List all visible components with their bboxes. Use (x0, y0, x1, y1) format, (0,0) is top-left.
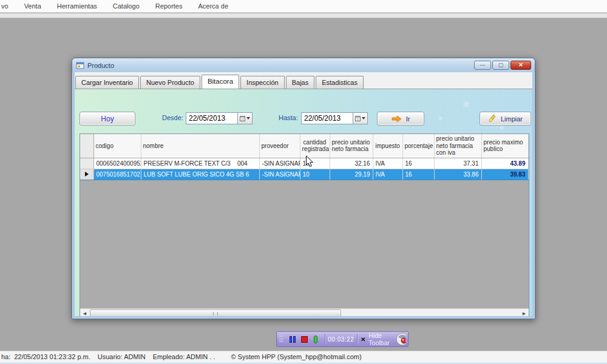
tab-cargar-inventario[interactable]: Cargar Inventario (75, 76, 139, 89)
grip-icon[interactable] (279, 335, 283, 343)
cell-impuesto[interactable]: IVA (373, 158, 402, 169)
hide-toolbar-button[interactable]: ✕ Hide Toolbar (361, 332, 392, 346)
tab-bitacora[interactable]: Bitacora (202, 75, 239, 89)
bitacora-panel: Hoy Desde: Hasta: (75, 89, 532, 316)
table-row-selected[interactable]: 007501685170215 LUB SOFT LUBE ORIG SICO … (80, 169, 528, 180)
close-icon: ✕ (518, 62, 523, 68)
col-header-proveedor[interactable]: proveedor (259, 134, 300, 158)
desde-date-input[interactable] (186, 112, 238, 124)
menu-item-archivo[interactable]: vo (0, 1, 16, 12)
hasta-date-input[interactable] (301, 112, 353, 124)
cell-cantidad[interactable]: 10 (300, 158, 330, 169)
col-header-precio-maximo[interactable]: precio maximo publico (481, 134, 528, 158)
tab-nuevo-producto[interactable]: Nuevo Producto (140, 76, 200, 89)
menu-item-reportes[interactable]: Reportes (148, 1, 191, 12)
cell-precio-maximo[interactable]: 39.83 (481, 169, 528, 180)
calendar-icon (240, 115, 245, 121)
cell-cantidad[interactable]: 10 (300, 169, 330, 180)
scroll-left-arrow-icon[interactable]: ◀ (80, 309, 89, 316)
cell-nombre[interactable]: PRESERV M-FORCE TEXT C/3 004 (141, 158, 259, 169)
cell-precio-unitario[interactable]: 29.19 (330, 169, 373, 180)
status-fecha: ha: 22/05/2013 01:23:32 p.m. (1, 353, 90, 360)
window-titlebar[interactable]: Producto — ▢ ✕ (72, 58, 535, 72)
row-selector-header (80, 134, 93, 158)
table-row[interactable]: 000650240009525 PRESERV M-FORCE TEXT C/3… (80, 158, 528, 169)
desde-label: Desde: (162, 114, 183, 121)
stop-icon (301, 336, 308, 343)
status-bar: ha: 22/05/2013 01:23:32 p.m. Usuario: AD… (0, 351, 607, 362)
scroll-right-arrow-icon[interactable]: ▶ (520, 309, 529, 316)
recorder-logo-icon[interactable] (396, 332, 405, 346)
broom-icon (488, 114, 497, 123)
row-selector-cell[interactable] (80, 158, 93, 169)
tab-estadisticas[interactable]: Estadisticas (316, 76, 364, 89)
divider (325, 334, 325, 345)
status-usuario: Usuario: ADMIN (98, 353, 146, 360)
decor-bubble (439, 116, 443, 120)
menu-substrip (0, 13, 607, 18)
col-header-impuesto[interactable]: impuesto (373, 134, 402, 158)
col-header-nombre[interactable]: nombre (141, 134, 259, 158)
hasta-label: Hasta: (279, 114, 298, 121)
divider (357, 334, 358, 345)
scrollbar-thumb[interactable] (90, 309, 341, 316)
cell-proveedor[interactable]: -SIN ASIGNAR (259, 169, 300, 180)
col-header-precio-unitario[interactable]: precio unitario neto farmacia (330, 134, 373, 158)
col-header-precio-con-iva[interactable]: precio unitario neto farmacia con iva (434, 134, 481, 158)
stop-button[interactable] (300, 334, 308, 344)
menu-item-catalogo[interactable]: Catalogo (105, 1, 148, 12)
screen: vo Venta Herramientas Catalogo Reportes … (0, 0, 607, 364)
thumb-grip (213, 312, 218, 315)
col-header-codigo[interactable]: codigo (93, 134, 141, 158)
pause-icon (290, 336, 296, 343)
record-level-button[interactable] (312, 334, 320, 344)
bitacora-grid: codigo nombre proveedor cantidad registr… (80, 133, 529, 316)
decor-bubble (500, 126, 504, 130)
ir-button[interactable]: Ir (377, 112, 424, 126)
cell-precio-con-iva[interactable]: 37.31 (434, 158, 481, 169)
maximize-button[interactable]: ▢ (492, 61, 509, 70)
producto-window: Producto — ▢ ✕ Cargar Inventario Nuevo P… (72, 58, 535, 319)
col-header-porcentaje[interactable]: porcentaje (402, 134, 434, 158)
window-body: Cargar Inventario Nuevo Producto Bitacor… (75, 72, 532, 316)
cell-codigo[interactable]: 007501685170215 (93, 169, 141, 180)
cell-proveedor[interactable]: -SIN ASIGNAR (259, 158, 300, 169)
menu-item-herramientas[interactable]: Herramientas (49, 1, 105, 12)
mouse-cursor (305, 155, 314, 168)
cell-precio-unitario[interactable]: 32.16 (330, 158, 373, 169)
row-selector-cell[interactable] (80, 169, 93, 180)
h-scrollbar[interactable]: ◀ ▶ (80, 308, 529, 316)
cell-precio-con-iva[interactable]: 33.86 (434, 169, 481, 180)
chevron-down-icon (362, 117, 365, 120)
window-icon (76, 61, 84, 70)
cell-impuesto[interactable]: IVA (373, 169, 402, 180)
cell-precio-maximo[interactable]: 43.89 (481, 158, 528, 169)
desde-calendar-button[interactable] (238, 112, 253, 124)
menu-item-venta[interactable]: Venta (16, 1, 49, 12)
window-title: Producto (87, 62, 474, 69)
grid-header-row: codigo nombre proveedor cantidad registr… (80, 134, 528, 158)
app-menu-bar: vo Venta Herramientas Catalogo Reportes … (0, 0, 607, 13)
record-level-icon (314, 335, 317, 343)
cell-porcentaje[interactable]: 16 (402, 169, 434, 180)
arrow-right-icon (392, 115, 402, 123)
recorder-toolbar: 00:03:22 ✕ Hide Toolbar (276, 331, 409, 347)
hoy-button[interactable]: Hoy (80, 112, 135, 126)
recording-timer: 00:03:22 (328, 336, 354, 343)
decor-bubble (463, 101, 469, 107)
chevron-down-icon (246, 117, 250, 120)
tab-bajas[interactable]: Bajas (286, 76, 315, 89)
cell-nombre[interactable]: LUB SOFT LUBE ORIG SICO 4G SB 6 (141, 169, 259, 180)
tab-inspeccion[interactable]: Inspección (240, 76, 285, 89)
close-icon: ✕ (361, 336, 365, 343)
pause-button[interactable] (289, 334, 297, 344)
col-header-cantidad[interactable]: cantidad registrada (300, 134, 330, 158)
cell-porcentaje[interactable]: 16 (402, 158, 434, 169)
limpiar-button[interactable]: Limpiar (480, 112, 531, 126)
cell-codigo[interactable]: 000650240009525 (93, 158, 141, 169)
minimize-button[interactable]: — (474, 61, 491, 70)
menu-item-acerca-de[interactable]: Acerca de (190, 1, 236, 12)
tab-strip: Cargar Inventario Nuevo Producto Bitacor… (75, 72, 532, 89)
hasta-calendar-button[interactable] (353, 112, 368, 124)
close-button[interactable]: ✕ (510, 61, 531, 70)
